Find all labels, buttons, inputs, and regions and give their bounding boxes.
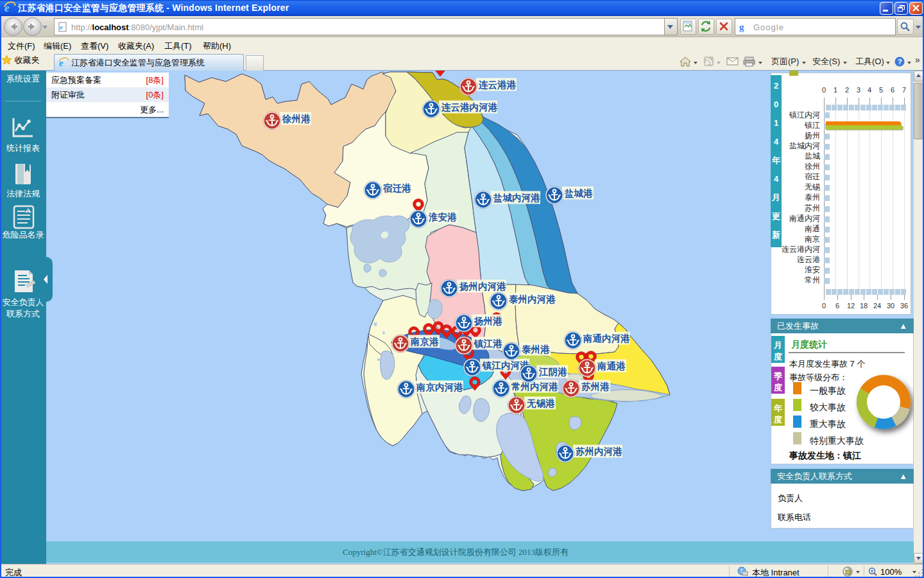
svg-text:扬州内河港: 扬州内河港 [459, 281, 506, 292]
svg-text:苏州内河港: 苏州内河港 [575, 446, 622, 457]
svg-text:盐城港: 盐城港 [564, 188, 593, 198]
svg-text:泰州内河港: 泰州内河港 [508, 294, 556, 304]
svg-text:连云港内河港: 连云港内河港 [441, 102, 498, 112]
svg-text:南京内河港: 南京内河港 [416, 382, 463, 392]
svg-text:!: ! [27, 209, 28, 213]
svg-text:常州内河港: 常州内河港 [511, 381, 558, 392]
svg-text:淮安港: 淮安港 [428, 212, 457, 222]
svg-text:徐州港: 徐州港 [282, 114, 311, 124]
svg-text:江阴港: 江阴港 [538, 367, 567, 377]
svg-text:无锡港: 无锡港 [526, 398, 555, 408]
svg-text:苏州港: 苏州港 [581, 381, 610, 392]
svg-text:泰州港: 泰州港 [521, 344, 550, 355]
svg-text:南京港: 南京港 [410, 337, 439, 347]
svg-text:南通内河港: 南通内河港 [583, 333, 630, 344]
svg-text:e: e [59, 58, 64, 68]
svg-text:扬州港: 扬州港 [474, 316, 502, 326]
svg-text:南通港: 南通港 [597, 361, 626, 371]
svg-text:镇江港: 镇江港 [474, 338, 502, 349]
svg-text:g: g [739, 22, 744, 32]
svg-text:?: ? [898, 58, 902, 66]
svg-text:连云港港: 连云港港 [478, 80, 517, 90]
svg-text:宿迁港: 宿迁港 [382, 183, 411, 193]
svg-text:e: e [60, 23, 63, 31]
svg-text:盐城内河港: 盐城内河港 [493, 193, 540, 203]
